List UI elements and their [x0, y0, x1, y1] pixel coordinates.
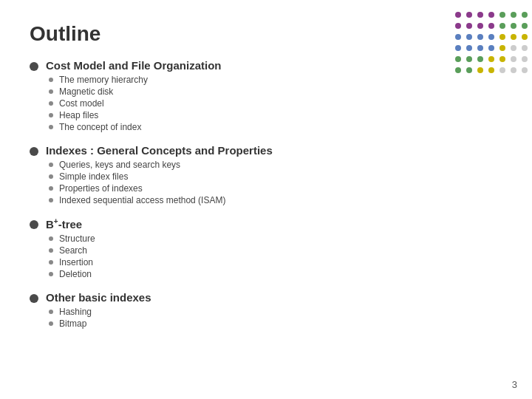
list-item: Queries, keys and search keys — [49, 160, 502, 170]
list-item: Bitmap — [49, 318, 502, 329]
sub-bullet — [49, 78, 53, 82]
list-item: Structure — [49, 233, 502, 244]
section-2-title: Indexes : General Concepts and Propertie… — [46, 144, 502, 157]
sub-bullet — [49, 125, 53, 129]
list-item: Deletion — [49, 269, 502, 279]
section-2-sublist: Queries, keys and search keys Simple ind… — [49, 160, 502, 205]
sub-bullet — [49, 248, 53, 253]
svg-point-17 — [488, 34, 494, 40]
section-2-content: Indexes : General Concepts and Propertie… — [46, 144, 502, 207]
svg-point-33 — [511, 56, 516, 62]
section-4-sublist: Hashing Bitmap — [49, 307, 502, 329]
sub-bullet — [49, 198, 53, 202]
svg-point-19 — [511, 34, 516, 40]
section-1-item: Cost Model and File Organization The mem… — [30, 59, 502, 134]
svg-point-4 — [499, 12, 505, 18]
svg-point-18 — [499, 34, 505, 40]
svg-point-12 — [511, 23, 516, 29]
section-3-item: B+-tree Structure Search Insertion Delet… — [30, 217, 502, 281]
list-item: Hashing — [49, 307, 502, 317]
list-item: Simple index files — [49, 171, 502, 182]
sub-bullet — [49, 101, 53, 106]
section-3-title: B+-tree — [46, 217, 502, 231]
svg-point-35 — [455, 67, 461, 73]
list-item: Magnetic disk — [49, 86, 502, 97]
section-1-title: Cost Model and File Organization — [46, 59, 502, 72]
svg-point-30 — [477, 56, 483, 62]
svg-point-21 — [455, 45, 461, 51]
bullet-2 — [30, 147, 38, 156]
svg-point-6 — [522, 12, 528, 18]
svg-point-1 — [466, 12, 472, 18]
svg-point-34 — [522, 56, 528, 62]
svg-point-28 — [455, 56, 461, 62]
section-3-content: B+-tree Structure Search Insertion Delet… — [46, 217, 502, 281]
superscript-plus: + — [54, 217, 58, 225]
list-item: Properties of indexes — [49, 183, 502, 194]
svg-point-24 — [488, 45, 494, 51]
sub-bullet — [49, 89, 53, 94]
list-item: Heap files — [49, 110, 502, 120]
sub-bullet — [49, 321, 53, 326]
svg-point-13 — [522, 23, 528, 29]
bullet-4 — [30, 294, 38, 303]
list-item: Cost model — [49, 98, 502, 109]
svg-point-11 — [499, 23, 505, 29]
svg-point-40 — [511, 67, 516, 73]
svg-point-14 — [455, 34, 461, 40]
svg-point-15 — [466, 34, 472, 40]
decorative-dot-grid — [451, 7, 525, 74]
section-1-sublist: The memory hierarchy Magnetic disk Cost … — [49, 75, 502, 132]
svg-point-27 — [522, 45, 528, 51]
svg-point-41 — [522, 67, 528, 73]
sub-bullet — [49, 272, 53, 276]
svg-point-5 — [511, 12, 516, 18]
svg-point-0 — [455, 12, 461, 18]
svg-point-38 — [488, 67, 494, 73]
section-4-item: Other basic indexes Hashing Bitmap — [30, 291, 502, 330]
sub-bullet — [49, 113, 53, 117]
svg-point-23 — [477, 45, 483, 51]
outline-list: Cost Model and File Organization The mem… — [30, 59, 502, 330]
svg-point-37 — [477, 67, 483, 73]
sub-bullet — [49, 174, 53, 179]
svg-point-26 — [511, 45, 516, 51]
page-number: 3 — [512, 379, 517, 390]
svg-point-36 — [466, 67, 472, 73]
sub-bullet — [49, 186, 53, 191]
svg-point-2 — [477, 12, 483, 18]
list-item: Search — [49, 245, 502, 256]
list-item: Insertion — [49, 257, 502, 267]
slide-title: Outline — [30, 22, 502, 46]
svg-point-3 — [488, 12, 494, 18]
bullet-1 — [30, 62, 38, 71]
sub-bullet — [49, 163, 53, 167]
list-item: Indexed sequential access method (ISAM) — [49, 195, 502, 205]
svg-point-25 — [499, 45, 505, 51]
list-item: The memory hierarchy — [49, 75, 502, 85]
list-item: The concept of index — [49, 122, 502, 132]
section-4-content: Other basic indexes Hashing Bitmap — [46, 291, 502, 330]
slide: Outline Cost Model and File Organization… — [0, 0, 532, 399]
svg-point-29 — [466, 56, 472, 62]
bullet-3 — [30, 220, 38, 229]
svg-point-31 — [488, 56, 494, 62]
svg-point-10 — [488, 23, 494, 29]
section-3-sublist: Structure Search Insertion Deletion — [49, 233, 502, 279]
sub-bullet — [49, 236, 53, 241]
section-1-content: Cost Model and File Organization The mem… — [46, 59, 502, 134]
svg-point-20 — [522, 34, 528, 40]
svg-point-8 — [466, 23, 472, 29]
svg-point-7 — [455, 23, 461, 29]
svg-point-32 — [499, 56, 505, 62]
svg-point-22 — [466, 45, 472, 51]
section-2-item: Indexes : General Concepts and Propertie… — [30, 144, 502, 207]
sub-bullet — [49, 260, 53, 265]
section-4-title: Other basic indexes — [46, 291, 502, 304]
sub-bullet — [49, 310, 53, 314]
svg-point-39 — [499, 67, 505, 73]
svg-point-9 — [477, 23, 483, 29]
svg-point-16 — [477, 34, 483, 40]
